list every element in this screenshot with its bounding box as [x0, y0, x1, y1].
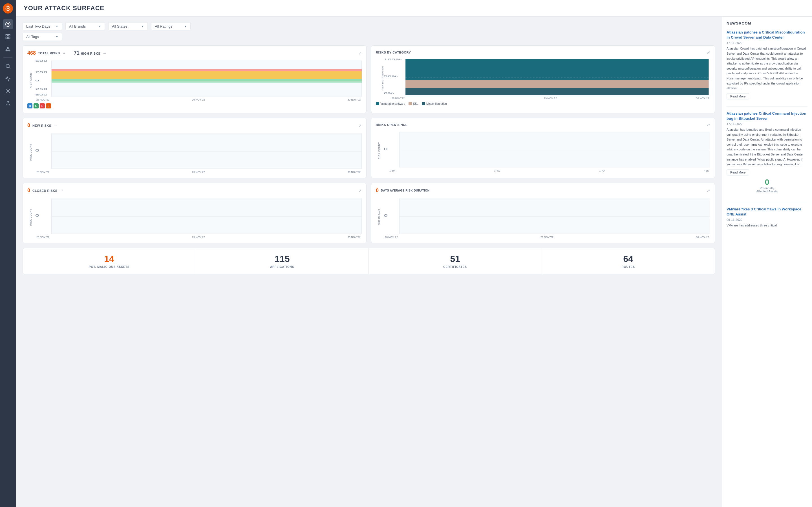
news-item-3-text: VMware has addressed three critical: [726, 223, 808, 228]
svg-point-3: [6, 22, 10, 27]
risks-open-since-x-labels: 1-6M 1-4W 1-7D < 1D: [384, 169, 710, 172]
bottom-charts-grid: 0 CLOSED RISKS → ⤢ RISK COUNT 0: [22, 183, 715, 243]
svg-line-12: [6, 48, 8, 50]
svg-rect-44: [52, 199, 362, 234]
sidebar-item-dashboard[interactable]: [3, 32, 13, 42]
brand-badges: B C E F: [28, 103, 362, 108]
risks-by-category-card: RISKS BY CATEGORY ⤢ RISK DISTRIBUTION 10…: [371, 45, 715, 113]
legend-misconfiguration: Misconfiguration: [422, 102, 447, 105]
risks-by-category-expand-icon[interactable]: ⤢: [707, 50, 710, 55]
content-area: Last Two Days ▼ All Brands ▼ All States …: [16, 17, 812, 507]
badge-e[interactable]: E: [40, 103, 45, 108]
states-filter[interactable]: All States ▼: [108, 22, 148, 31]
avg-duration-count: 0: [376, 187, 378, 193]
closed-risks-header: 0 CLOSED RISKS → ⤢: [28, 187, 362, 193]
new-risks-y-label: RISK COUNT: [29, 144, 32, 161]
routes-metric[interactable]: 64 ROUTES: [542, 248, 715, 274]
page-header: YOUR ATTACK SURFACE: [16, 0, 812, 17]
svg-text:500: 500: [35, 59, 48, 62]
applications-metric[interactable]: 115 APPLICATIONS: [196, 248, 369, 274]
svg-point-2: [8, 8, 8, 9]
legend-label-vulnerable: Vulnerable software: [380, 102, 405, 105]
new-risks-arrow[interactable]: →: [54, 123, 57, 128]
avg-duration-y-label: TIME IN DAYS: [378, 209, 380, 226]
closed-risks-card: 0 CLOSED RISKS → ⤢ RISK COUNT 0: [22, 183, 366, 243]
risks-open-since-expand-icon[interactable]: ⤢: [707, 122, 710, 127]
closed-risks-chart: 0: [35, 196, 362, 235]
new-risks-x-labels: 28 NOV '22 29 NOV '22 30 NOV '22: [35, 171, 362, 173]
app-logo[interactable]: [3, 3, 13, 13]
sidebar-item-network[interactable]: [3, 44, 13, 54]
avg-duration-expand-icon[interactable]: ⤢: [707, 188, 710, 193]
news-item-3-title[interactable]: VMware fixes 3 Critical flaws in Workspa…: [726, 207, 808, 217]
time-filter[interactable]: Last Two Days ▼: [22, 22, 62, 31]
brands-filter[interactable]: All Brands ▼: [65, 22, 105, 31]
total-risks-chart: 500 250 0 250 500: [35, 58, 362, 98]
svg-line-13: [8, 48, 10, 50]
sidebar-item-search[interactable]: [3, 61, 13, 71]
svg-text:250: 250: [35, 71, 48, 73]
svg-text:0: 0: [384, 214, 388, 217]
svg-text:50%: 50%: [384, 75, 398, 78]
news-item-2-title[interactable]: Atlassian patches Critical Command Injec…: [726, 111, 808, 121]
closed-risks-y-label: RISK COUNT: [29, 209, 32, 226]
closed-risks-expand-icon[interactable]: ⤢: [358, 188, 362, 193]
total-risks-label: TOTAL RISKS: [38, 52, 60, 55]
total-risks-y-label: RISK COUNT: [29, 71, 32, 89]
news-item-2-date: 17-11-2022: [726, 122, 808, 126]
avg-duration-chart: 0: [384, 196, 710, 235]
svg-rect-34: [405, 80, 709, 88]
applications-count: 115: [200, 254, 364, 264]
svg-text:0%: 0%: [384, 92, 394, 95]
news-item-2: Atlassian patches Critical Command Injec…: [726, 111, 808, 195]
closed-risks-count: 0: [28, 187, 30, 193]
closed-risks-label: CLOSED RISKS: [33, 189, 57, 192]
new-risks-chart-wrapper: RISK COUNT 0 28 NOV '22 29 NOV '22 30 N: [28, 131, 362, 173]
sidebar-item-attack-surface[interactable]: [3, 19, 13, 29]
pot-malicious-label: POT. MALICIOUS ASSETS: [28, 265, 191, 269]
total-risks-header: 468 TOTAL RISKS → 71 HIGH RISKS → ⤢: [28, 50, 362, 56]
total-risks-expand-icon[interactable]: ⤢: [358, 51, 362, 55]
certificates-metric[interactable]: 51 CERTIFICATES: [369, 248, 542, 274]
news-item-1-title[interactable]: Atlassian patches a Critical Misconfigur…: [726, 30, 808, 40]
tags-filter[interactable]: All Tags ▼: [22, 33, 62, 41]
news-item-2-read-more[interactable]: Read More: [726, 169, 749, 175]
total-risks-arrow[interactable]: →: [62, 51, 66, 55]
news-item-1-text: Atlassian Crowd has patched a misconfigu…: [726, 46, 808, 91]
sidebar-item-user[interactable]: [3, 98, 13, 108]
svg-text:0: 0: [384, 147, 388, 151]
closed-risks-arrow[interactable]: →: [60, 188, 63, 193]
sidebar-item-analytics[interactable]: [3, 73, 13, 83]
svg-rect-8: [8, 37, 10, 39]
middle-charts-grid: 0 NEW RISKS → ⤢ RISK COUNT 0: [22, 118, 715, 178]
svg-rect-5: [6, 35, 8, 36]
news-item-1-read-more[interactable]: Read More: [726, 93, 749, 100]
news-divider-2: [726, 202, 808, 202]
svg-point-9: [7, 47, 8, 48]
badge-b[interactable]: B: [28, 103, 33, 108]
risks-open-since-y-label: RISK COUNT: [378, 142, 380, 159]
high-risks-arrow[interactable]: →: [103, 51, 106, 55]
avg-duration-label: DAYS AVERAGE RISK DURATION: [381, 189, 429, 192]
avg-duration-chart-wrapper: TIME IN DAYS 0 28 NOV '22 29 NOV '22 30: [376, 196, 710, 238]
new-risks-header: 0 NEW RISKS → ⤢: [28, 122, 362, 128]
avg-duration-header: 0 DAYS AVERAGE RISK DURATION ⤢: [376, 187, 710, 193]
sidebar-item-settings[interactable]: [3, 86, 13, 96]
pot-malicious-metric[interactable]: 14 POT. MALICIOUS ASSETS: [23, 248, 196, 274]
new-risks-chart: 0: [35, 131, 362, 170]
new-risks-expand-icon[interactable]: ⤢: [358, 123, 362, 128]
total-risks-count: 468: [28, 50, 36, 56]
ratings-filter[interactable]: All Ratings ▼: [151, 22, 191, 31]
risks-open-since-title: RISKS OPEN SINCE: [376, 123, 408, 126]
risks-by-category-header: RISKS BY CATEGORY ⤢: [376, 50, 710, 55]
main-content: YOUR ATTACK SURFACE Last Two Days ▼ All …: [16, 0, 812, 507]
legend-vulnerable-software: Vulnerable software: [376, 102, 405, 105]
svg-rect-25: [52, 69, 362, 71]
tags-filter-label: All Tags: [26, 35, 39, 39]
legend-dot-ssl: [409, 102, 412, 105]
svg-rect-47: [399, 199, 710, 234]
badge-c[interactable]: C: [34, 103, 39, 108]
svg-text:250: 250: [35, 88, 48, 91]
badge-f[interactable]: F: [46, 103, 51, 108]
avg-duration-card: 0 DAYS AVERAGE RISK DURATION ⤢ TIME IN D…: [371, 183, 715, 243]
